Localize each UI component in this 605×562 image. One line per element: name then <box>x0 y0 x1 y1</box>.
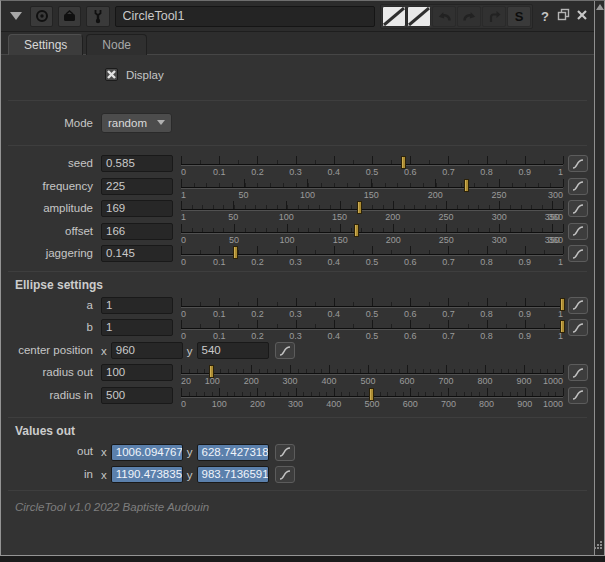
mode-label: Mode <box>1 117 101 129</box>
slider[interactable]: 050100150200250300350360 <box>181 221 563 244</box>
slider[interactable]: 01002003004005006007008009001000 <box>181 385 563 408</box>
checkbox-check-icon <box>106 69 117 80</box>
curve-button[interactable] <box>568 297 588 314</box>
slider-handle[interactable] <box>354 224 359 237</box>
scrollbar-track[interactable] <box>594 1 604 555</box>
scroll-up-icon[interactable] <box>596 4 604 10</box>
slider-tick-label: 0 <box>181 257 186 267</box>
number-input[interactable]: 0.585 <box>101 155 173 172</box>
slider-major-tick <box>181 156 182 164</box>
number-input[interactable]: 1 <box>101 319 173 336</box>
undo-button[interactable] <box>432 6 456 27</box>
slider-handle[interactable] <box>357 201 362 214</box>
number-input[interactable]: 1 <box>101 297 173 314</box>
slider-major-tick <box>181 224 182 232</box>
tab-settings[interactable]: Settings <box>8 34 83 55</box>
curve-button[interactable] <box>568 178 588 195</box>
param-label: seed <box>1 153 101 176</box>
settings-tab-content: Display Mode random seed0.58500.10.20.30… <box>1 55 594 555</box>
curve-button[interactable] <box>568 155 588 172</box>
slider-tick-label: 0.5 <box>366 257 379 267</box>
panel-menu-icon[interactable] <box>10 12 22 20</box>
slider-major-tick <box>244 179 245 187</box>
slider-major-tick <box>524 365 525 373</box>
param-row: b100.10.20.30.40.50.60.70.80.91 <box>1 317 594 340</box>
slider[interactable]: 00.10.20.30.40.50.60.70.80.91 <box>181 295 563 318</box>
slider-major-tick <box>525 246 526 254</box>
number-input[interactable]: 169 <box>101 200 173 217</box>
tab-node[interactable]: Node <box>86 34 147 55</box>
param-label: radius in <box>1 385 101 408</box>
properties-panel-window: S ? <box>0 0 605 556</box>
mode-dropdown[interactable]: random <box>101 113 172 133</box>
slider-tick-label: 300 <box>288 399 303 409</box>
gl-color-button[interactable] <box>407 6 431 27</box>
center-in-node-graph-button[interactable] <box>30 6 53 27</box>
node-name-input[interactable] <box>115 6 376 27</box>
slider[interactable]: 00.10.20.30.40.50.60.70.80.91 <box>181 317 563 340</box>
curve-button[interactable] <box>568 245 588 262</box>
slider[interactable]: 00.10.20.30.40.50.60.70.80.91 <box>181 243 563 266</box>
number-input[interactable]: 0.145 <box>101 245 173 262</box>
curve-icon <box>571 180 585 192</box>
number-input[interactable]: 628.7427318 <box>197 444 269 461</box>
curve-button[interactable] <box>568 387 588 404</box>
slider-major-tick <box>372 320 373 328</box>
slider-tick-label: 500 <box>364 399 379 409</box>
curve-button[interactable] <box>568 319 588 336</box>
number-input[interactable]: 540 <box>197 342 269 359</box>
curve-button[interactable] <box>568 223 588 240</box>
slider-major-tick <box>371 179 372 187</box>
slider-handle[interactable] <box>233 246 238 259</box>
param-row: center positionx960y540 <box>1 340 594 363</box>
curve-button[interactable] <box>275 466 295 483</box>
resize-grip[interactable] <box>593 536 603 554</box>
postage-stamp-button[interactable] <box>58 6 81 27</box>
slider-groove <box>181 232 563 234</box>
slider-major-tick <box>487 246 488 254</box>
close-button[interactable] <box>576 9 588 24</box>
number-input[interactable]: 1006.094767 <box>111 444 183 461</box>
curve-button[interactable] <box>568 364 588 381</box>
number-input[interactable]: 1190.473835 <box>111 466 183 483</box>
slider-handle[interactable] <box>464 179 469 192</box>
number-input[interactable]: 960 <box>111 342 183 359</box>
slider-major-tick <box>181 320 182 328</box>
redo-button[interactable] <box>457 6 481 27</box>
slider-major-tick <box>296 320 297 328</box>
ellipse-settings-header: Ellipse settings <box>15 278 594 292</box>
node-settings-button[interactable] <box>86 6 109 27</box>
float-window-button[interactable] <box>557 8 570 24</box>
display-label: Display <box>126 69 164 81</box>
x-axis-label: x <box>101 446 107 458</box>
curve-icon <box>278 345 292 357</box>
script-button-label: S <box>515 9 524 24</box>
slider[interactable]: 150100150200250300 <box>181 176 563 199</box>
slider[interactable]: 00.10.20.30.40.50.60.70.80.91 <box>181 153 563 176</box>
revert-button[interactable] <box>482 6 506 27</box>
slider[interactable]: 150100150200250300350360 <box>181 198 563 221</box>
slider[interactable]: 201002003004005006007008009001000 <box>181 362 563 385</box>
curve-button[interactable] <box>275 342 295 359</box>
param-row: offset166050100150200250300350360 <box>1 221 594 244</box>
footer-credit: CircleTool v1.0 2022 Baptiste Audouin <box>15 501 594 513</box>
curve-icon <box>571 322 585 334</box>
number-input[interactable]: 100 <box>101 364 173 381</box>
display-checkbox[interactable] <box>105 68 118 81</box>
slider-major-tick <box>448 320 449 328</box>
node-color-button[interactable] <box>382 6 406 27</box>
param-label: out <box>1 441 101 464</box>
help-button[interactable]: ? <box>539 9 551 24</box>
curve-button[interactable] <box>568 200 588 217</box>
curve-icon <box>278 469 292 481</box>
number-input[interactable]: 166 <box>101 223 173 240</box>
param-row: outx1006.094767y628.7427318 <box>1 441 594 464</box>
curve-button[interactable] <box>275 444 295 461</box>
number-input[interactable]: 983.7136591 <box>197 466 269 483</box>
title-bar: S ? <box>1 1 594 32</box>
number-input[interactable]: 500 <box>101 387 173 404</box>
display-row: Display <box>105 67 594 82</box>
script-button[interactable]: S <box>507 6 531 27</box>
number-input[interactable]: 225 <box>101 178 173 195</box>
param-label: frequency <box>1 176 101 199</box>
